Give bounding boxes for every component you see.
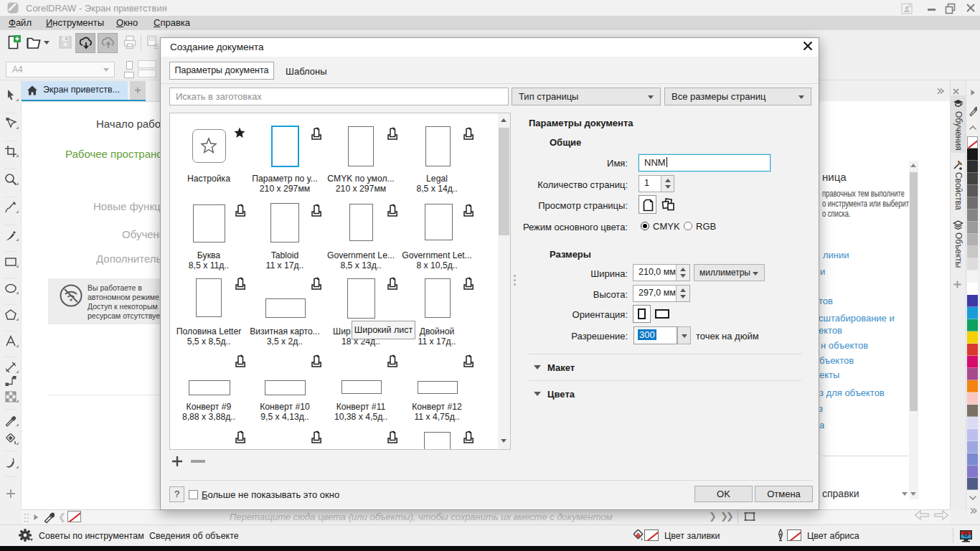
dont-show-checkbox[interactable]: [189, 490, 198, 499]
tool-add-tool[interactable]: [4, 487, 17, 500]
learning-tab-icon[interactable]: [953, 98, 963, 108]
docpal-eyedropper-icon[interactable]: [43, 511, 55, 524]
palette-eyedropper-icon[interactable]: [968, 105, 977, 118]
docpal-page-icon[interactable]: [743, 511, 756, 522]
status-tool-hints[interactable]: Советы по инструментам: [39, 531, 144, 541]
docker-footer-dropdown-arrow[interactable]: [902, 492, 908, 496]
properties-tab-icon[interactable]: [953, 159, 963, 170]
layout-collapse-icon[interactable]: [534, 365, 541, 369]
palette-flyout-icon[interactable]: [970, 89, 976, 96]
preset-scroll-down-icon[interactable]: [501, 439, 507, 443]
color-swatch[interactable]: [967, 380, 978, 392]
outline-color-swatch[interactable]: [787, 529, 801, 541]
color-swatch[interactable]: [967, 478, 978, 490]
docker-link[interactable]: екты: [819, 369, 839, 380]
account-icon[interactable]: [901, 3, 913, 14]
palette-scroll-down-icon[interactable]: [969, 495, 977, 501]
add-preset-button[interactable]: [171, 455, 184, 468]
color-swatch[interactable]: [967, 307, 978, 319]
nav-forward-icon[interactable]: [933, 509, 949, 521]
color-swatch[interactable]: [967, 270, 978, 283]
docker-link[interactable]: а: [819, 420, 824, 430]
color-proof-icon[interactable]: [959, 529, 974, 542]
spinner-down-icon[interactable]: [680, 274, 686, 278]
docker-link[interactable]: тов: [819, 296, 833, 306]
spinner-up-icon[interactable]: [680, 268, 686, 271]
spinner-down-icon[interactable]: [680, 295, 686, 298]
docker-tab-learning[interactable]: Обучения: [953, 111, 963, 151]
color-swatch[interactable]: [967, 392, 978, 405]
color-swatch[interactable]: [967, 368, 978, 380]
docker-link[interactable]: ектов: [819, 325, 842, 336]
page-type-dropdown[interactable]: Тип страницы: [512, 88, 661, 105]
color-swatch[interactable]: [967, 185, 978, 197]
color-swatch[interactable]: [967, 331, 978, 344]
docpal-none-swatch[interactable]: [67, 511, 81, 522]
ok-button[interactable]: OK: [694, 486, 753, 502]
color-swatch[interactable]: [967, 441, 978, 453]
page-sizes-dropdown[interactable]: Все размеры страниц: [664, 88, 811, 105]
color-swatch[interactable]: [967, 429, 978, 441]
palette-scroll-up-icon[interactable]: [969, 125, 977, 131]
color-swatch[interactable]: [967, 246, 978, 258]
menu-Окно[interactable]: Окно: [116, 17, 138, 28]
nav-back-icon[interactable]: [914, 509, 930, 521]
color-swatch[interactable]: [967, 405, 978, 417]
height-spinner[interactable]: 297,0 мм: [633, 285, 690, 302]
save-button[interactable]: [57, 34, 73, 50]
palette-expand-icon[interactable]: [969, 507, 978, 514]
width-spinner-arrows[interactable]: [676, 265, 689, 281]
color-swatch[interactable]: [967, 234, 978, 246]
spinner-up-icon[interactable]: [665, 179, 671, 182]
splitter-grip[interactable]: [514, 279, 516, 281]
color-swatch[interactable]: [967, 356, 978, 368]
settings-gear-icon[interactable]: [18, 528, 34, 542]
docker-link[interactable]: з для объектов: [819, 387, 885, 398]
remove-preset-button[interactable]: [191, 460, 205, 463]
color-swatch[interactable]: [967, 295, 978, 307]
docker-link[interactable]: бъектов: [819, 355, 854, 366]
cmyk-radio[interactable]: [641, 222, 649, 230]
help-button[interactable]: ?: [169, 486, 184, 502]
colors-section[interactable]: Цвета: [547, 389, 575, 400]
dialog-close-icon[interactable]: [802, 40, 814, 52]
new-tab-button[interactable]: +: [130, 81, 146, 100]
fill-color-swatch[interactable]: [644, 529, 659, 541]
tab-document-settings[interactable]: Параметры документа: [169, 62, 274, 80]
menu-Справка[interactable]: Справка: [154, 17, 190, 28]
docpal-flyout-icon[interactable]: [33, 514, 39, 521]
add-docker-icon[interactable]: [953, 280, 962, 289]
open-dropdown-arrow[interactable]: [44, 41, 50, 44]
page-size-combo[interactable]: A4: [6, 62, 115, 77]
landscape-icon[interactable]: [124, 72, 134, 78]
cancel-button[interactable]: Отмена: [755, 486, 813, 502]
height-spinner-arrows[interactable]: [676, 286, 689, 301]
color-swatch[interactable]: [967, 222, 978, 234]
restore-button[interactable]: [945, 3, 956, 14]
docker-scrollbar-thumb[interactable]: [910, 172, 918, 411]
cloud-upload-button[interactable]: [98, 33, 118, 53]
width-spinner[interactable]: 210,0 мм: [633, 264, 690, 281]
tool-connector[interactable]: [4, 375, 17, 387]
status-object-info[interactable]: Сведения об объекте: [149, 531, 239, 541]
spinner-up-icon[interactable]: [680, 288, 686, 292]
color-swatch[interactable]: [967, 319, 978, 331]
menu-Инструменты[interactable]: Инструменты: [46, 17, 104, 28]
swatch-none[interactable]: [967, 136, 978, 149]
pages-spinner-arrows[interactable]: [661, 176, 674, 192]
landscape-page-icon[interactable]: [655, 309, 669, 319]
dont-show-label[interactable]: Больше не показывать это окно: [202, 489, 339, 500]
docker-link[interactable]: линии: [823, 250, 849, 260]
resolution-combo[interactable]: 300: [633, 326, 677, 344]
docker-tab-objects[interactable]: Объекты: [953, 232, 963, 268]
layout-section[interactable]: Макет: [547, 362, 575, 373]
color-swatch[interactable]: [967, 161, 978, 173]
color-swatch[interactable]: [967, 258, 978, 270]
docker-link[interactable]: и: [820, 266, 825, 277]
splitter-grip[interactable]: [514, 283, 516, 286]
docker-footer-fragment[interactable]: справки: [822, 488, 859, 499]
docker-scroll-down-icon[interactable]: [910, 492, 916, 496]
color-swatch[interactable]: [967, 344, 978, 356]
colors-collapse-icon[interactable]: [534, 392, 541, 396]
docker-link[interactable]: сштабирование и: [819, 313, 895, 324]
